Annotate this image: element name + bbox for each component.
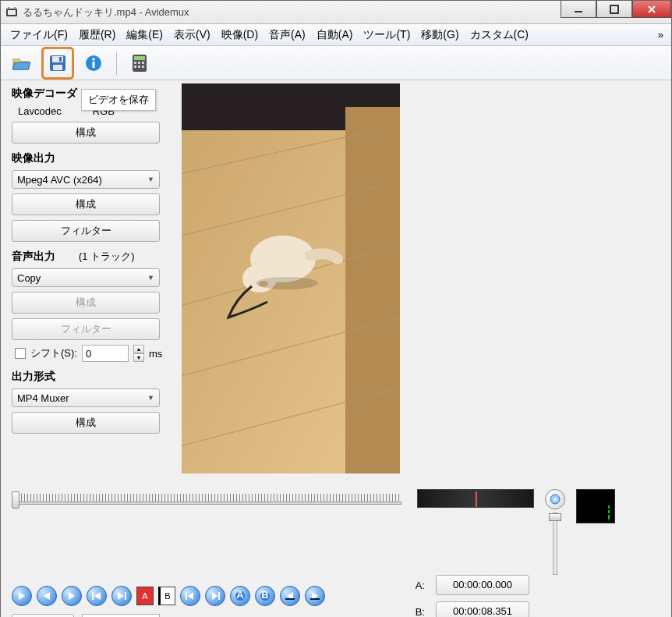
svg-rect-15 (134, 62, 136, 64)
goto-marker-b-button[interactable]: B (255, 586, 275, 606)
chevron-down-icon: ▼ (147, 176, 154, 183)
prev-frame-button[interactable] (37, 586, 57, 606)
left-panel: 映像デコーダ Lavcodec RGB 構成 映像出力 Mpeg4 AVC (x… (12, 83, 171, 473)
next-key-button[interactable] (111, 586, 132, 606)
svg-rect-35 (92, 592, 94, 600)
menu-tools[interactable]: ツール(T) (359, 26, 415, 44)
menu-video[interactable]: 映像(D) (217, 26, 263, 44)
svg-rect-43 (285, 598, 295, 600)
decoder-configure-button[interactable]: 構成 (12, 122, 160, 144)
audio-tracks-label: (1 トラック) (79, 250, 135, 264)
current-time-field[interactable]: 00:00:00.066 (82, 614, 160, 617)
menu-auto[interactable]: 自動(A) (312, 26, 358, 44)
timeline-track (12, 502, 401, 505)
open-button[interactable] (9, 50, 35, 76)
next-black-button[interactable] (305, 586, 325, 606)
goto-time-button[interactable]: 時間: (12, 614, 74, 617)
svg-rect-12 (93, 62, 95, 68)
scope-bar (608, 505, 610, 509)
menu-overflow-icon[interactable]: » (655, 27, 667, 43)
menu-edit[interactable]: 編集(E) (122, 26, 168, 44)
menu-go[interactable]: 移動(G) (416, 26, 463, 44)
format-configure-button[interactable]: 構成 (12, 412, 160, 434)
next-black-icon (310, 592, 320, 600)
muxer-select[interactable]: MP4 Muxer ▼ (12, 388, 160, 407)
shift-input[interactable] (82, 345, 129, 362)
volume-handle[interactable] (549, 513, 561, 521)
play-button[interactable] (12, 586, 32, 606)
maximize-button[interactable] (596, 1, 632, 18)
shift-spinner-down[interactable]: ▼ (133, 353, 144, 362)
transport-controls: A B A B (12, 586, 381, 606)
goto-start-button[interactable] (180, 586, 200, 606)
audio-mode-select[interactable]: Copy ▼ (12, 268, 160, 287)
volume-slider[interactable] (553, 512, 557, 575)
jog-wheel[interactable] (417, 489, 534, 508)
audio-filter-button: フィルター (12, 318, 160, 340)
info-button[interactable] (80, 50, 107, 76)
close-button[interactable] (632, 1, 671, 18)
jog-center-marker (476, 491, 477, 507)
audio-out-heading: 音声出力 (12, 250, 55, 264)
chevron-down-icon: ▼ (147, 274, 154, 282)
selection-info: A: 00:00:00.000 B: 00:00:08.351 Selectio… (409, 575, 529, 617)
svg-rect-18 (134, 66, 136, 68)
svg-point-34 (554, 498, 557, 501)
menu-history[interactable]: 履歴(R) (74, 26, 120, 44)
preview-frame-image (182, 83, 400, 473)
menu-custom[interactable]: カスタム(C) (465, 26, 533, 44)
svg-rect-8 (59, 57, 62, 62)
prev-black-button[interactable] (280, 586, 300, 606)
goto-end-button[interactable] (205, 586, 225, 606)
next-icon (68, 592, 76, 600)
goto-b-icon: B (260, 591, 271, 601)
info-icon (84, 54, 103, 73)
svg-point-11 (92, 58, 95, 61)
next-frame-button[interactable] (62, 586, 82, 606)
svg-rect-14 (134, 56, 145, 60)
goto-a-icon: A (235, 591, 246, 601)
bottom-panel: A B A B 時間: 00:00:00.066 / 00:00:08.351 … (1, 477, 671, 617)
app-icon (5, 6, 18, 19)
play-round-button[interactable] (545, 489, 565, 509)
svg-rect-23 (345, 107, 400, 473)
muxer-value: MP4 Muxer (17, 392, 69, 404)
menu-audio[interactable]: 音声(A) (264, 26, 310, 44)
timeline[interactable] (12, 489, 401, 509)
video-preview (182, 83, 400, 473)
shift-spinner-up[interactable]: ▲ (133, 345, 144, 353)
svg-rect-19 (138, 66, 140, 68)
goto-marker-a-button[interactable]: A (230, 586, 250, 606)
marker-b-label: B: (409, 606, 425, 618)
shift-checkbox[interactable] (15, 348, 26, 359)
save-button-highlight (41, 47, 74, 80)
set-marker-a-button[interactable]: A (136, 587, 154, 605)
video-out-heading: 映像出力 (12, 151, 171, 165)
video-filter-button[interactable]: フィルター (12, 220, 160, 242)
prev-icon (43, 592, 51, 600)
save-tooltip: ビデオを保存 (81, 89, 156, 111)
video-codec-select[interactable]: Mpeg4 AVC (x264) ▼ (12, 170, 160, 189)
svg-text:A: A (236, 591, 244, 601)
menu-file[interactable]: ファイル(F) (5, 26, 73, 44)
svg-rect-16 (138, 62, 140, 64)
calculator-icon (131, 54, 148, 73)
window-title: るるちゃんドッキリ.mp4 - Avidemux (23, 5, 189, 20)
svg-rect-1 (8, 7, 9, 9)
marker-a-value[interactable]: 00:00:00.000 (436, 575, 529, 595)
prev-key-button[interactable] (87, 586, 107, 606)
marker-b-value[interactable]: 00:00:08.351 (436, 601, 529, 617)
save-button[interactable] (44, 50, 71, 76)
audio-configure-button: 構成 (12, 292, 160, 314)
disc-icon (550, 494, 561, 505)
chevron-down-icon: ▼ (147, 394, 154, 402)
calculator-button[interactable] (126, 50, 153, 76)
minimize-button[interactable] (561, 1, 596, 18)
video-configure-button[interactable]: 構成 (12, 193, 160, 215)
set-marker-b-button[interactable]: B (158, 587, 175, 605)
svg-rect-20 (142, 66, 144, 68)
prev-black-icon (285, 592, 295, 600)
timeline-handle[interactable] (12, 491, 19, 509)
menu-view[interactable]: 表示(V) (169, 26, 215, 44)
audio-mode-value: Copy (17, 272, 41, 284)
